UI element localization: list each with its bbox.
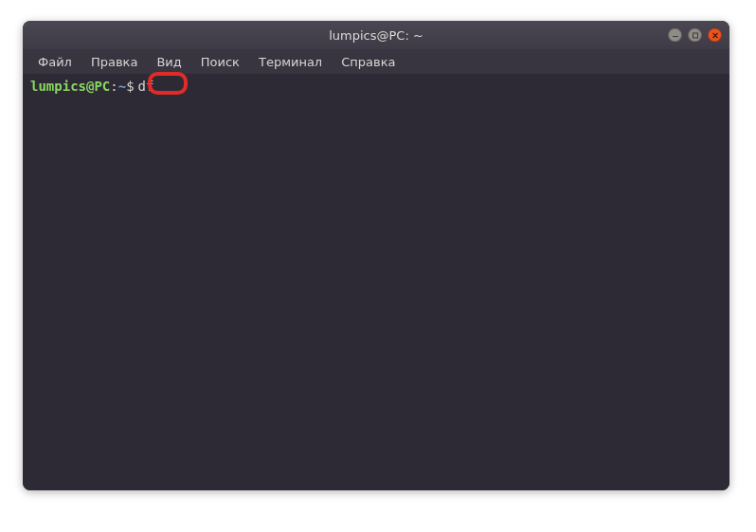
close-icon	[711, 31, 719, 39]
svg-rect-1	[693, 33, 697, 38]
menu-view[interactable]: Вид	[147, 51, 190, 73]
prompt-colon: :	[110, 78, 117, 95]
menu-file[interactable]: Файл	[28, 51, 81, 73]
window-controls	[668, 28, 722, 43]
menu-search[interactable]: Поиск	[191, 51, 249, 73]
menu-edit[interactable]: Правка	[81, 51, 147, 73]
window-title: lumpics@PC: ~	[23, 28, 729, 43]
close-button[interactable]	[708, 28, 722, 43]
menubar: Файл Правка Вид Поиск Терминал Справка	[23, 49, 729, 74]
minimize-icon	[672, 31, 679, 39]
prompt-user: lumpics@PC	[30, 78, 110, 95]
maximize-button[interactable]	[688, 28, 702, 43]
terminal-window: lumpics@PC: ~ Файл Правка Вид Поиск Терм…	[23, 21, 729, 490]
titlebar[interactable]: lumpics@PC: ~	[23, 21, 729, 49]
command-input: df	[138, 78, 154, 95]
prompt-line: lumpics@PC:~$df	[30, 78, 722, 95]
menu-help[interactable]: Справка	[332, 51, 405, 73]
minimize-button[interactable]	[668, 28, 682, 43]
maximize-icon	[692, 31, 699, 39]
prompt-path: ~	[118, 78, 126, 95]
menu-terminal[interactable]: Терминал	[249, 51, 332, 73]
terminal-body[interactable]: lumpics@PC:~$df	[23, 74, 729, 490]
prompt-dollar: $	[126, 78, 134, 95]
